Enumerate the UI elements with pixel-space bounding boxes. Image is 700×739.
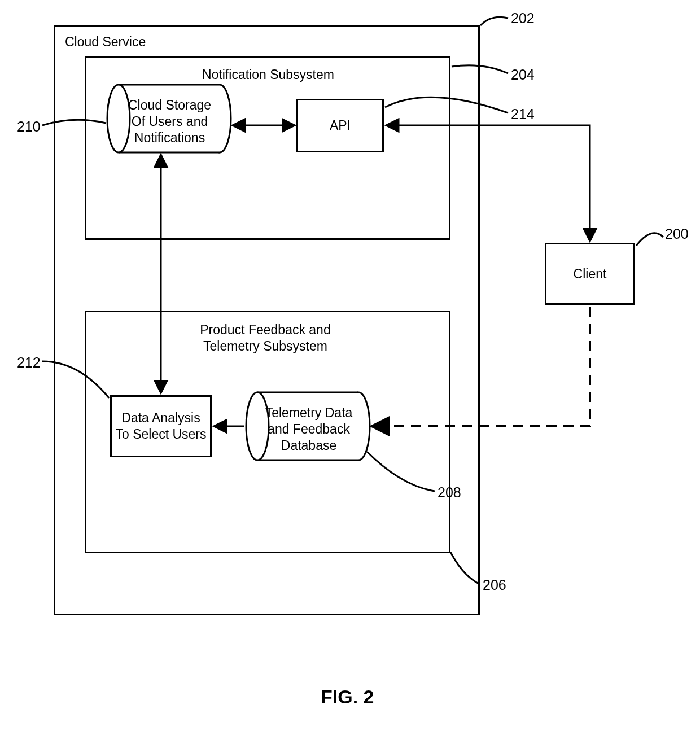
leader-204 bbox=[452, 65, 508, 73]
arrow-client-db-dashed bbox=[373, 307, 590, 426]
leader-202 bbox=[480, 17, 508, 25]
ref-214: 214 bbox=[511, 106, 535, 123]
leader-210 bbox=[42, 120, 106, 125]
figure-caption: FIG. 2 bbox=[321, 686, 374, 708]
ref-212: 212 bbox=[17, 355, 41, 371]
ref-208: 208 bbox=[438, 484, 461, 501]
leader-200 bbox=[636, 233, 663, 246]
ref-206: 206 bbox=[483, 577, 506, 593]
ref-204: 204 bbox=[511, 67, 535, 83]
ref-202: 202 bbox=[511, 10, 535, 27]
ref-200: 200 bbox=[665, 226, 689, 242]
ref-210: 210 bbox=[17, 119, 41, 135]
leader-206 bbox=[450, 552, 480, 584]
arrow-api-client bbox=[387, 125, 590, 240]
leader-214 bbox=[385, 97, 508, 113]
leader-212 bbox=[42, 361, 109, 398]
leader-208 bbox=[367, 452, 435, 491]
